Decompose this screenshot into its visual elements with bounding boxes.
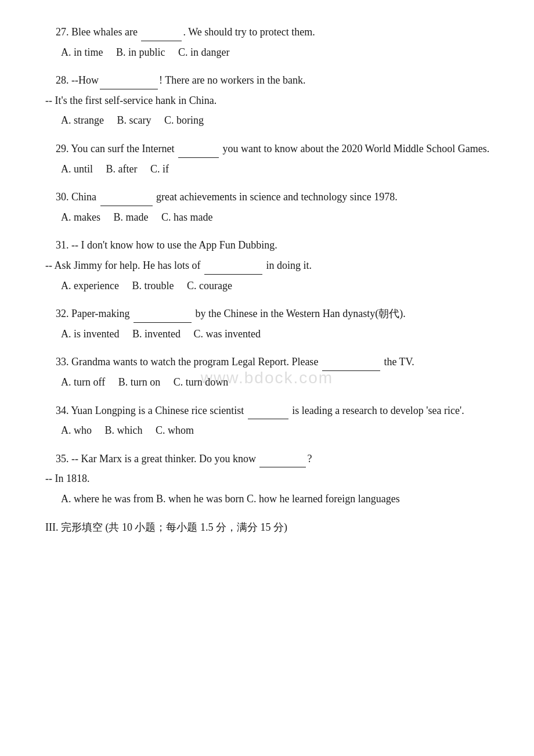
q31-options: A. experience B. trouble C. courage bbox=[35, 277, 499, 295]
exam-content: 27. Blee whales are . We should try to p… bbox=[35, 23, 499, 537]
question-27: 27. Blee whales are . We should try to p… bbox=[35, 23, 499, 61]
question-33: 33. Grandma wants to watch the program L… bbox=[35, 353, 499, 391]
q31-blank bbox=[204, 274, 262, 275]
q35-sub: -- In 1818. bbox=[35, 470, 499, 488]
q28-options: A. strange B. scary C. boring bbox=[35, 111, 499, 129]
q32-options: A. is invented B. invented C. was invent… bbox=[35, 325, 499, 343]
q35-options: A. where he was from B. when he was born… bbox=[35, 490, 499, 508]
q29-text: 29. You can surf the Internet you want t… bbox=[35, 140, 499, 158]
q33-blank bbox=[322, 370, 380, 371]
q33-options: A. turn off B. turn on C. turn down bbox=[35, 373, 499, 391]
question-34: 34. Yuan Longping is a Chinese rice scie… bbox=[35, 402, 499, 440]
q33-text: 33. Grandma wants to watch the program L… bbox=[35, 353, 499, 371]
q29-blank bbox=[178, 157, 219, 158]
q28-blank bbox=[100, 89, 158, 89]
q27-text: 27. Blee whales are . We should try to p… bbox=[35, 23, 499, 41]
q32-blank bbox=[134, 322, 192, 323]
q34-options: A. who B. which C. whom bbox=[35, 422, 499, 440]
q30-blank bbox=[100, 206, 153, 206]
q34-blank bbox=[248, 419, 288, 419]
section-iii-header: III. 完形填空 (共 10 小题；每小题 1.5 分，满分 15 分) bbox=[35, 518, 499, 537]
question-32: 32. Paper-making by the Chinese in the W… bbox=[35, 305, 499, 343]
question-29: 29. You can surf the Internet you want t… bbox=[35, 140, 499, 178]
q27-options: A. in time B. in public C. in danger bbox=[35, 44, 499, 62]
q30-text: 30. China great achievements in science … bbox=[35, 188, 499, 206]
question-35: 35. -- Kar Marx is a great thinker. Do y… bbox=[35, 450, 499, 508]
question-30: 30. China great achievements in science … bbox=[35, 188, 499, 226]
q34-text: 34. Yuan Longping is a Chinese rice scie… bbox=[35, 402, 499, 420]
q28-sub: -- It's the first self-service hank in C… bbox=[35, 92, 499, 110]
q31-sub: -- Ask Jimmy for help. He has lots of in… bbox=[35, 257, 499, 275]
q29-options: A. until B. after C. if bbox=[35, 160, 499, 178]
q27-blank bbox=[141, 41, 182, 41]
q31-text: 31. -- I don't know how to use the App F… bbox=[35, 236, 499, 254]
q35-blank bbox=[259, 467, 306, 467]
q35-text: 35. -- Kar Marx is a great thinker. Do y… bbox=[35, 450, 499, 468]
question-31: 31. -- I don't know how to use the App F… bbox=[35, 236, 499, 294]
q30-options: A. makes B. made C. has made bbox=[35, 208, 499, 226]
q32-text: 32. Paper-making by the Chinese in the W… bbox=[35, 305, 499, 323]
q28-text: 28. --How! There are no workers in the b… bbox=[35, 71, 499, 89]
question-28: 28. --How! There are no workers in the b… bbox=[35, 71, 499, 129]
